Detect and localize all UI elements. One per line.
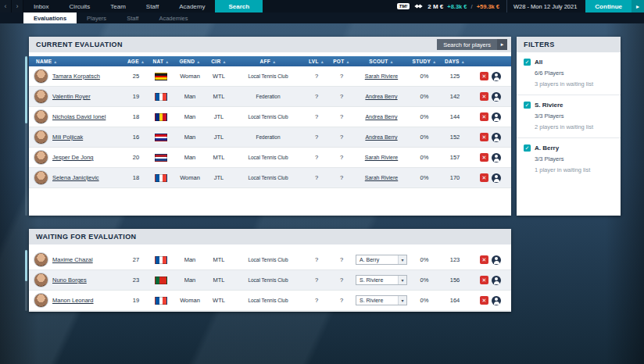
- player-name-link[interactable]: Maxime Chazal: [52, 256, 124, 263]
- player-name-link[interactable]: Tamara Korpatsch: [52, 73, 124, 80]
- scout-select[interactable]: S. Riviere ▾: [356, 275, 407, 285]
- nav-team[interactable]: Team: [100, 0, 136, 12]
- filter-item-a-berry[interactable]: ✓ A. Berry 3/3 Players 1 player in waiti…: [517, 138, 621, 180]
- filters-panel: FILTERS ✓ All 6/6 Players 3 players in w…: [517, 37, 621, 216]
- nationality-flag: [155, 134, 167, 141]
- column-header-age[interactable]: AGE▲: [124, 59, 148, 64]
- player-potential: ?: [329, 256, 354, 263]
- player-profile-button[interactable]: [492, 255, 501, 265]
- player-profile-button[interactable]: [492, 276, 501, 285]
- column-header-scout[interactable]: SCOUT▲: [354, 59, 409, 64]
- scout-name-link[interactable]: Andrea Berry: [354, 114, 409, 120]
- vertical-scrollbar[interactable]: [25, 250, 27, 311]
- player-profile-button[interactable]: [492, 296, 501, 305]
- table-row[interactable]: Manon Leonard 19 Woman WTL Local Tennis …: [29, 291, 511, 311]
- tab-players[interactable]: Players: [77, 12, 116, 23]
- column-header-cir[interactable]: CIR▲: [206, 59, 232, 64]
- player-name-link[interactable]: Manon Leonard: [52, 297, 124, 304]
- player-profile-button[interactable]: [492, 133, 501, 142]
- player-circuit: WTL: [206, 297, 232, 304]
- tab-evaluations[interactable]: Evaluations: [23, 12, 77, 23]
- table-row[interactable]: Tamara Korpatsch 25 Woman WTL Local Tenn…: [29, 66, 511, 87]
- player-name-link[interactable]: Selena Janicijevic: [52, 174, 124, 181]
- scout-select[interactable]: A. Berry ▾: [356, 255, 407, 265]
- player-profile-button[interactable]: [492, 153, 501, 162]
- player-level: ?: [304, 113, 329, 120]
- player-potential: ?: [329, 154, 354, 161]
- column-header-study[interactable]: STUDY▲: [409, 59, 440, 64]
- remove-player-button[interactable]: ✕: [480, 276, 488, 284]
- scout-name-link[interactable]: Andrea Berry: [354, 94, 409, 99]
- player-profile-button[interactable]: [492, 173, 501, 183]
- table-row[interactable]: Maxime Chazal 27 Man MTL Local Tennis Cl…: [29, 250, 511, 270]
- study-progress: 0%: [409, 93, 440, 100]
- filter-checkbox[interactable]: ✓: [524, 145, 531, 152]
- chevron-down-icon: ▾: [398, 255, 406, 264]
- nav-staff[interactable]: Staff: [136, 0, 169, 12]
- remove-player-button[interactable]: ✕: [480, 72, 488, 80]
- column-header-pot[interactable]: POT▲: [329, 59, 354, 64]
- nav-academy[interactable]: Academy: [169, 0, 215, 12]
- table-row[interactable]: Nuno Borges 23 Man MTL Local Tennis Club…: [29, 270, 511, 291]
- player-affiliation: Local Tennis Club: [232, 73, 304, 79]
- sort-asc-icon: ▲: [141, 59, 145, 64]
- game-date: W28 - Mon 12 July 2021: [506, 0, 577, 12]
- filter-checkbox[interactable]: ✓: [524, 59, 531, 66]
- study-progress: 0%: [409, 297, 440, 304]
- scout-select[interactable]: S. Riviere ▾: [356, 295, 407, 305]
- player-age: 18: [124, 174, 148, 181]
- remove-player-button[interactable]: ✕: [480, 133, 488, 141]
- column-header-lvl[interactable]: LVL▲: [304, 59, 329, 64]
- player-name-link[interactable]: Jesper De Jong: [52, 154, 124, 161]
- column-header-days[interactable]: DAYS▲: [440, 59, 470, 64]
- table-row[interactable]: Selena Janicijevic 18 Woman JTL Local Te…: [29, 168, 511, 188]
- table-row[interactable]: Mili Poljicak 16 Man JTL Federation ? ? …: [29, 127, 511, 148]
- column-header-gend[interactable]: GEND▲: [174, 59, 206, 64]
- table-row[interactable]: Jesper De Jong 20 Man MTL Local Tennis C…: [29, 148, 511, 168]
- scout-name-link[interactable]: Sarah Riviere: [354, 175, 409, 180]
- column-header-aff[interactable]: AFF▲: [232, 59, 304, 64]
- history-back-button[interactable]: ‹: [0, 0, 12, 12]
- remove-player-button[interactable]: ✕: [480, 173, 488, 182]
- player-name-link[interactable]: Valentin Royer: [52, 93, 124, 100]
- player-name-link[interactable]: Nicholas David Ionel: [52, 113, 124, 120]
- column-label: AFF: [260, 59, 271, 64]
- remove-player-button[interactable]: ✕: [480, 92, 488, 101]
- search-for-players-button[interactable]: Search for players ▸: [437, 39, 507, 50]
- filter-item-s-riviere[interactable]: ✓ S. Riviere 3/3 Players 2 players in wa…: [517, 95, 621, 138]
- player-age: 27: [124, 256, 148, 263]
- nav-circuits[interactable]: Circuits: [59, 0, 101, 12]
- column-header-name[interactable]: NAME▲: [29, 59, 124, 64]
- remove-player-button[interactable]: ✕: [480, 112, 488, 121]
- scout-name-link[interactable]: Sarah Riviere: [354, 73, 409, 79]
- vertical-scrollbar[interactable]: [25, 56, 27, 216]
- tab-staff[interactable]: Staff: [116, 12, 148, 23]
- player-name-link[interactable]: Mili Poljicak: [52, 134, 124, 141]
- tab-academies[interactable]: Academies: [148, 12, 198, 23]
- days-count: 152: [440, 134, 470, 141]
- remove-player-button[interactable]: ✕: [480, 153, 488, 162]
- sort-asc-icon: ▲: [461, 59, 465, 64]
- continue-button[interactable]: Continue ▸: [585, 0, 644, 12]
- filter-item-all[interactable]: ✓ All 6/6 Players 3 players in waiting l…: [517, 52, 621, 95]
- player-profile-button[interactable]: [492, 72, 501, 81]
- scout-name-link[interactable]: Sarah Riviere: [354, 155, 409, 160]
- remove-player-button[interactable]: ✕: [480, 296, 488, 305]
- player-profile-button[interactable]: [492, 92, 501, 102]
- column-label: NAME: [36, 59, 52, 64]
- nationality-cell: [148, 134, 174, 141]
- table-row[interactable]: Valentin Royer 19 Man MTL Federation ? ?…: [29, 87, 511, 107]
- remove-player-button[interactable]: ✕: [480, 255, 488, 264]
- filter-checkbox[interactable]: ✓: [524, 102, 531, 109]
- player-name-link[interactable]: Nuno Borges: [52, 277, 124, 284]
- nav-inbox[interactable]: Inbox: [23, 0, 59, 12]
- player-profile-button[interactable]: [492, 112, 501, 122]
- history-forward-button[interactable]: ›: [12, 0, 23, 12]
- table-row[interactable]: Nicholas David Ionel 18 Man JTL Local Te…: [29, 107, 511, 127]
- nav-search[interactable]: Search: [215, 0, 263, 12]
- column-header-nat[interactable]: NAT▲: [148, 59, 174, 64]
- filter-players-count: 6/6 Players: [535, 70, 614, 77]
- player-avatar: [29, 150, 52, 165]
- scout-name-link[interactable]: Andrea Berry: [354, 134, 409, 140]
- current-evaluation-header: CURRENT EVALUATION Search for players ▸: [29, 37, 511, 52]
